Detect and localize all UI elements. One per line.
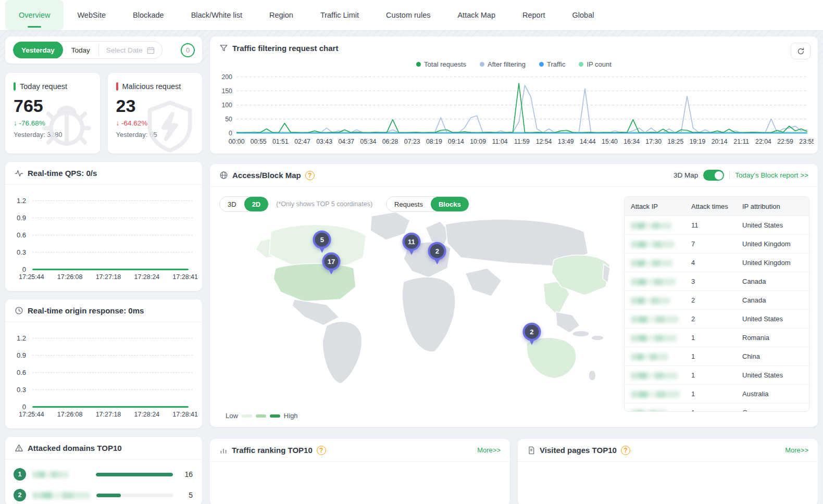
ip-attribution-cell: United States [742,371,809,379]
table-row[interactable]: 1China [625,347,809,366]
x-tick-label: 17:25:44 [19,273,44,281]
attack-ip-cell [625,352,691,360]
list-item[interactable]: 116 [5,464,202,485]
ip-attribution-cell: Canada [742,278,809,285]
nav-tab-overview[interactable]: Overview [5,0,64,30]
nav-tab-black-white-list[interactable]: Black/White list [178,0,256,30]
traffic-chart-legend: Total requestsAfter filteringTrafficIP c… [210,60,818,68]
attacked-domains-card: Attacked domains TOP10 11625 [5,437,202,504]
map-marker-pin[interactable]: 5 [313,231,331,253]
traffic-chart-card: Traffic filtering request chart Total re… [210,36,818,154]
zero-value-line [32,269,189,270]
table-row[interactable]: 7United Kingdom [625,234,809,253]
map-mode-button-requests[interactable]: Requests [386,197,431,211]
refresh-button[interactable] [791,43,810,59]
table-row[interactable]: 3Canada [625,272,809,291]
nav-tab-global[interactable]: Global [559,0,608,30]
map-title: Access/Block Map [232,171,301,180]
table-row[interactable]: 2United States [625,309,809,328]
svg-text:21:11: 21:11 [733,138,749,145]
attack-ip-cell [625,409,691,412]
y-tick-label: 0.3 [5,248,26,256]
list-item[interactable]: 25 [5,485,202,504]
yesterday-button[interactable]: Yesterday [13,41,63,59]
today-request-card: Today request 765 ↓ -76.68% Yesterday: 3… [5,73,100,154]
map-marker-pin[interactable]: 11 [402,233,420,255]
redacted-ip [631,241,675,248]
svg-text:00:55: 00:55 [251,138,267,145]
table-row[interactable]: 4United Kingdom [625,253,809,272]
select-date-placeholder: Select Date [106,46,143,54]
nav-tab-website[interactable]: WebSite [64,0,119,30]
legend-label: After filtering [488,60,526,68]
table-row[interactable]: 1Germany [625,403,809,412]
map-marker-pin[interactable]: 17 [322,252,340,274]
svg-text:10:09: 10:09 [470,138,486,145]
map-marker-count: 5 [313,231,331,249]
svg-text:07:23: 07:23 [404,138,420,145]
map-marker-pin[interactable]: 2 [522,322,541,345]
svg-text:12:54: 12:54 [536,138,552,145]
map-marker-count: 17 [322,252,340,270]
map-marker-pin[interactable]: 2 [428,242,446,264]
access-block-map-card: Access/Block Map ? 3D Map Today's Block … [210,164,818,427]
map-dim-button-2d[interactable]: 2D [244,197,269,211]
ip-attribution-cell: Romania [742,334,809,342]
y-tick-label: 0 [5,266,26,273]
visited-pages-help-icon[interactable]: ? [621,446,630,455]
calendar-icon [147,46,155,54]
ip-attribution-cell: United Kingdom [742,240,809,248]
visited-pages-more-link[interactable]: More>> [785,446,808,454]
today-button[interactable]: Today [63,41,98,59]
nav-tab-attack-map[interactable]: Attack Map [444,0,509,30]
table-row[interactable]: 2Canada [625,291,809,309]
map-dim-button-3d[interactable]: 3D [220,197,244,211]
nav-tab-region[interactable]: Region [256,0,307,30]
attack-times-cell: 1 [691,371,742,379]
grid-line [32,355,193,356]
qps-chart: 1.20.90.60.3017:25:4417:26:0817:27:1817:… [5,185,202,290]
map-mode-button-blocks[interactable]: Blocks [431,197,469,211]
map-help-icon[interactable]: ? [305,171,315,180]
nav-tab-traffic-limit[interactable]: Traffic Limit [307,0,372,30]
x-tick-label: 17:27:18 [96,273,121,281]
col-header-attack-times: Attack times [691,203,742,210]
table-row[interactable]: 1Romania [625,328,809,347]
domain-attack-count: 5 [179,491,193,499]
table-row[interactable]: 1Australia [625,384,809,403]
pending-counter-badge[interactable]: 0 [181,43,195,57]
map-marker-tail [434,259,440,264]
x-tick-label: 17:28:41 [172,273,198,281]
traffic-ranking-help-icon[interactable]: ? [317,446,326,455]
table-row[interactable]: 11United States [625,216,809,234]
traffic-ranking-more-link[interactable]: More>> [477,446,501,454]
svg-text:22:04: 22:04 [755,138,771,145]
svg-text:22:59: 22:59 [777,138,793,145]
world-map[interactable]: 5171122 [216,210,617,393]
block-report-link[interactable]: Today's Block report >> [735,171,808,179]
nav-tab-custom-rules[interactable]: Custom rules [372,0,444,30]
table-row[interactable]: 1United States [625,366,809,384]
attack-ip-cell [625,371,691,379]
3d-map-toggle[interactable] [703,170,724,181]
x-tick-label: 17:26:08 [57,411,83,418]
nav-tab-blockade[interactable]: Blockade [119,0,178,30]
attack-times-cell: 7 [691,240,742,248]
y-tick-label: 0.6 [5,231,26,239]
shield-bolt-icon [140,96,200,154]
traffic-chart-title: Traffic filtering request chart [232,44,338,53]
map-marker-count: 2 [428,242,446,260]
nav-tab-report[interactable]: Report [509,0,559,30]
zero-value-line [32,406,189,408]
attack-ip-table[interactable]: Attack IPAttack timesIP attribution11Uni… [624,196,809,412]
select-date-input[interactable]: Select Date [98,44,162,56]
domain-bar-track [96,494,173,497]
legend-dot-icon [539,62,544,67]
y-tick-label: 0.6 [5,369,26,376]
clock-icon [15,306,23,315]
traffic-chart-plot: 05010015020000:0000:5501:5102:4703:4304:… [210,68,818,154]
accent-bar [116,82,118,91]
realtime-qps-card: Real-time QPS: 0/s 1.20.90.60.3017:25:44… [5,162,202,291]
svg-text:14:44: 14:44 [580,138,596,145]
domain-attack-count: 16 [179,470,193,478]
